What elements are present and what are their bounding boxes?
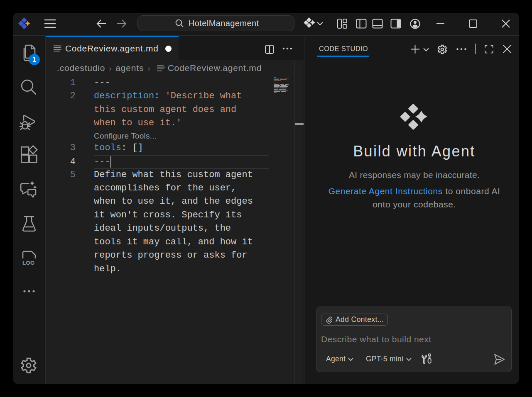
svg-text:LOG: LOG	[22, 260, 35, 266]
